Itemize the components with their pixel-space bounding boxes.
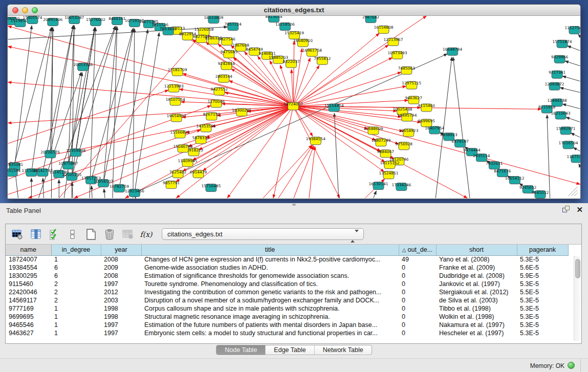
network-node[interactable]: 10973493 xyxy=(387,51,407,59)
network-node[interactable]: 9115460 xyxy=(418,103,435,112)
cell[interactable]: 18300295 xyxy=(6,272,51,280)
cell[interactable]: 2009 xyxy=(101,264,141,272)
show-column-icon[interactable] xyxy=(29,228,42,241)
cell[interactable]: 1 xyxy=(51,304,101,313)
memory-ok-indicator[interactable] xyxy=(568,362,575,369)
cell[interactable]: Estimation of the future numbers of pati… xyxy=(141,321,399,329)
cell[interactable]: 2008 xyxy=(101,255,141,264)
cell[interactable]: Embryonic stem cells: a model to study s… xyxy=(141,329,399,337)
network-node[interactable]: 1170046 xyxy=(208,99,225,107)
table-row[interactable]: 946554611997Estimation of the future num… xyxy=(6,321,568,329)
row-height-icon[interactable] xyxy=(66,228,79,241)
cell[interactable]: 1998 xyxy=(101,313,141,321)
column-header-in-degree[interactable]: in_degree xyxy=(51,245,101,255)
network-node[interactable]: 16033809 xyxy=(204,16,223,23)
cell[interactable]: 5.9E-5 xyxy=(517,272,568,280)
table-row[interactable]: 1830029562008Estimation of significance … xyxy=(6,272,568,280)
network-node[interactable]: 18807249 xyxy=(372,138,391,146)
network-node[interactable]: 16640910 xyxy=(293,38,313,47)
cell[interactable]: 22420046 xyxy=(6,288,51,296)
network-node[interactable]: 10654112 xyxy=(505,176,525,184)
cell[interactable]: 0 xyxy=(399,321,436,329)
network-node[interactable]: 9242844 xyxy=(218,61,235,70)
network-node[interactable]: 12093872 xyxy=(545,82,564,90)
column-header-year[interactable]: year xyxy=(101,245,141,255)
network-view-window[interactable]: citations_edges.txt 18724007183002951938… xyxy=(7,4,581,199)
network-node[interactable]: 19384554 xyxy=(306,137,325,145)
window-titlebar[interactable]: citations_edges.txt xyxy=(8,5,580,16)
network-node[interactable]: 9884067 xyxy=(377,149,395,158)
network-node[interactable]: 12213967 xyxy=(383,37,403,46)
column-header-out-degree[interactable]: △out_de... xyxy=(399,245,436,255)
network-node[interactable]: 19654923 xyxy=(399,128,418,137)
cell[interactable]: Nakamura et al. (1997) xyxy=(436,321,517,329)
cell[interactable]: Wolkin et al. (1998) xyxy=(436,313,517,321)
network-node[interactable]: 6379197 xyxy=(451,139,469,147)
cell[interactable]: 0 xyxy=(399,264,436,272)
table-selector-dropdown[interactable]: citations_edges.txt xyxy=(162,228,364,240)
cell[interactable]: 0 xyxy=(399,280,436,288)
table-row[interactable]: 911546021997Tourette syndrome. Phenomeno… xyxy=(6,280,568,288)
canvas-resize-grip[interactable] xyxy=(568,187,577,196)
float-panel-icon[interactable] xyxy=(562,206,570,213)
network-node[interactable]: 10688609 xyxy=(364,126,383,135)
network-node[interactable]: 12923466 xyxy=(125,189,144,197)
cell[interactable]: 9463627 xyxy=(6,329,51,337)
cell[interactable]: Tourette syndrome. Phenomenology and cla… xyxy=(141,280,399,288)
network-node[interactable]: 11127543 xyxy=(564,26,580,34)
cell[interactable]: 6 xyxy=(51,272,101,280)
cell[interactable]: 5.3E-5 xyxy=(517,304,568,313)
cell[interactable]: Stergiakouli et al. (2012) xyxy=(436,288,517,296)
tab-edge-table[interactable]: Edge Table xyxy=(266,345,314,355)
cell[interactable]: Corpus callosum shape and size in male p… xyxy=(141,304,399,313)
cell[interactable]: Yano et al. (2008) xyxy=(436,255,517,264)
cell[interactable]: 0 xyxy=(399,296,436,304)
network-node[interactable]: 16130141 xyxy=(369,182,388,190)
cell[interactable]: 9115460 xyxy=(6,280,51,288)
delete-rows-trash-icon[interactable] xyxy=(103,228,116,241)
cell[interactable]: 2008 xyxy=(101,272,141,280)
cell[interactable]: Structural magnetic resonance image aver… xyxy=(141,313,399,321)
cell[interactable]: 5.3E-5 xyxy=(517,280,568,288)
network-node[interactable]: 11409945 xyxy=(178,159,198,167)
network-node[interactable]: 13524851 xyxy=(379,171,398,179)
network-node[interactable]: 15325419 xyxy=(285,31,304,39)
cell[interactable]: 5.3E-5 xyxy=(517,329,568,337)
cell[interactable]: 9777169 xyxy=(6,304,51,313)
cell[interactable]: 1997 xyxy=(101,329,141,337)
network-node[interactable]: 17359938 xyxy=(66,148,85,157)
network-node[interactable]: 6914479 xyxy=(190,170,207,178)
cell[interactable]: 2012 xyxy=(101,288,141,296)
table-scrollbar-thumb[interactable] xyxy=(575,259,580,278)
network-node[interactable]: 2935114 xyxy=(473,154,490,162)
table-scrollbar[interactable] xyxy=(574,256,581,341)
cell[interactable]: Franke et al. (2009) xyxy=(436,264,517,272)
network-node[interactable]: 14353594 xyxy=(196,124,215,132)
network-node[interactable]: 9756928 xyxy=(396,142,413,150)
minimize-window-button[interactable] xyxy=(22,7,28,13)
network-node[interactable]: 10653287 xyxy=(64,16,84,24)
network-node[interactable]: 18115152 xyxy=(380,161,399,169)
network-node[interactable]: 8267150 xyxy=(203,112,221,120)
network-node[interactable]: 20891406 xyxy=(43,17,62,26)
cell[interactable]: 0 xyxy=(399,329,436,337)
network-node[interactable]: 16961758 xyxy=(302,48,322,56)
cell[interactable]: 1 xyxy=(51,255,101,264)
cell[interactable]: Dudbridge et al. (2008) xyxy=(436,272,517,280)
cell[interactable]: de Silva et al. (2003) xyxy=(436,296,517,304)
network-node[interactable]: 12505135 xyxy=(62,172,81,181)
network-node[interactable]: 18107554 xyxy=(166,97,185,105)
network-node[interactable]: 15276002 xyxy=(86,17,105,26)
cell[interactable]: 2 xyxy=(51,296,101,304)
table-row[interactable]: 1938455462009Genome-wide association stu… xyxy=(6,264,568,272)
cell[interactable]: 5.3E-5 xyxy=(517,296,568,304)
network-node[interactable]: 9227341 xyxy=(549,70,566,78)
network-node[interactable]: 15716485 xyxy=(201,184,221,192)
cell[interactable]: Genome-wide association studies in ADHD. xyxy=(141,264,399,272)
close-window-button[interactable] xyxy=(12,7,18,13)
cell[interactable]: Changes of HCN gene expression and I(f) … xyxy=(141,255,399,264)
network-node[interactable]: 12213983 xyxy=(164,84,184,92)
table-settings-icon[interactable] xyxy=(11,228,24,241)
network-node[interactable]: 12975115 xyxy=(402,81,421,89)
network-node[interactable]: 9245012 xyxy=(532,190,549,199)
